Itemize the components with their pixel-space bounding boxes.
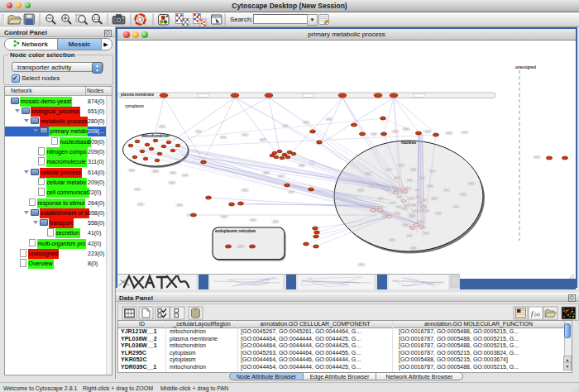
- svg-text:cytoplasm: cytoplasm: [125, 104, 144, 108]
- svg-text:(x): (x): [534, 312, 540, 318]
- svg-text:mitochondrion: mitochondrion: [141, 134, 170, 138]
- svg-text:plasma membrane: plasma membrane: [121, 93, 155, 97]
- svg-text:nucleus: nucleus: [401, 141, 416, 145]
- svg-text:unassigned: unassigned: [515, 65, 536, 69]
- svg-text:1:1: 1:1: [93, 16, 99, 21]
- svg-text:endoplasmic reticulum: endoplasmic reticulum: [215, 229, 256, 233]
